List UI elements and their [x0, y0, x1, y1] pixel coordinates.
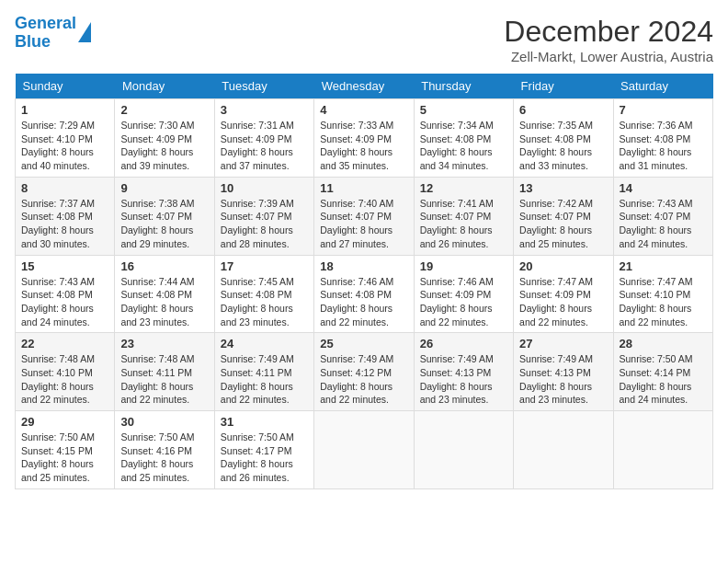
day-info: Sunrise: 7:43 AMSunset: 4:07 PMDaylight:…	[620, 197, 707, 251]
logo-general: General	[15, 14, 76, 32]
day-info: Sunrise: 7:47 AMSunset: 4:09 PMDaylight:…	[519, 275, 607, 329]
calendar-table: SundayMondayTuesdayWednesdayThursdayFrid…	[15, 74, 713, 489]
day-info: Sunrise: 7:48 AMSunset: 4:11 PMDaylight:…	[120, 352, 208, 407]
calendar-cell: 22Sunrise: 7:48 AMSunset: 4:10 PMDayligh…	[16, 333, 115, 411]
day-number: 19	[420, 259, 507, 273]
day-info: Sunrise: 7:30 AMSunset: 4:09 PMDaylight:…	[120, 119, 208, 173]
day-info: Sunrise: 7:49 AMSunset: 4:12 PMDaylight:…	[320, 352, 407, 407]
calendar-cell: 24Sunrise: 7:49 AMSunset: 4:11 PMDayligh…	[214, 333, 313, 411]
calendar-cell: 23Sunrise: 7:48 AMSunset: 4:11 PMDayligh…	[115, 333, 214, 411]
day-number: 8	[21, 181, 108, 195]
calendar-cell: 29Sunrise: 7:50 AMSunset: 4:15 PMDayligh…	[16, 411, 115, 489]
day-info: Sunrise: 7:43 AMSunset: 4:08 PMDaylight:…	[21, 275, 108, 329]
calendar-cell: 20Sunrise: 7:47 AMSunset: 4:09 PMDayligh…	[514, 255, 613, 333]
calendar-week-1: 1Sunrise: 7:29 AMSunset: 4:10 PMDaylight…	[16, 99, 713, 178]
calendar-cell: 10Sunrise: 7:39 AMSunset: 4:07 PMDayligh…	[214, 177, 313, 255]
day-number: 24	[221, 337, 308, 350]
day-info: Sunrise: 7:31 AMSunset: 4:09 PMDaylight:…	[221, 119, 308, 173]
column-header-tuesday: Tuesday	[214, 74, 313, 99]
day-number: 4	[320, 103, 407, 117]
page-header: General Blue December 2024 Zell-Markt, L…	[15, 15, 713, 64]
day-info: Sunrise: 7:39 AMSunset: 4:07 PMDaylight:…	[221, 197, 308, 251]
calendar-cell: 2Sunrise: 7:30 AMSunset: 4:09 PMDaylight…	[115, 99, 214, 178]
day-number: 18	[320, 259, 407, 273]
calendar-cell: 26Sunrise: 7:49 AMSunset: 4:13 PMDayligh…	[414, 333, 513, 411]
calendar-cell: 1Sunrise: 7:29 AMSunset: 4:10 PMDaylight…	[16, 99, 115, 178]
day-info: Sunrise: 7:34 AMSunset: 4:08 PMDaylight:…	[420, 119, 507, 173]
calendar-cell: 28Sunrise: 7:50 AMSunset: 4:14 PMDayligh…	[613, 333, 712, 411]
day-info: Sunrise: 7:50 AMSunset: 4:15 PMDaylight:…	[21, 431, 108, 485]
day-info: Sunrise: 7:49 AMSunset: 4:13 PMDaylight:…	[420, 352, 507, 407]
calendar-cell: 13Sunrise: 7:42 AMSunset: 4:07 PMDayligh…	[514, 177, 613, 255]
day-info: Sunrise: 7:49 AMSunset: 4:13 PMDaylight:…	[519, 352, 607, 407]
day-info: Sunrise: 7:44 AMSunset: 4:08 PMDaylight:…	[120, 275, 208, 329]
column-header-monday: Monday	[115, 74, 214, 99]
day-number: 22	[21, 337, 108, 350]
column-header-friday: Friday	[514, 74, 613, 99]
calendar-title: December 2024	[504, 15, 713, 49]
day-number: 23	[120, 337, 208, 350]
calendar-cell	[613, 411, 712, 489]
calendar-cell: 18Sunrise: 7:46 AMSunset: 4:08 PMDayligh…	[314, 255, 414, 333]
day-info: Sunrise: 7:37 AMSunset: 4:08 PMDaylight:…	[21, 197, 108, 251]
day-number: 14	[620, 181, 707, 195]
day-number: 20	[519, 259, 607, 273]
calendar-cell: 14Sunrise: 7:43 AMSunset: 4:07 PMDayligh…	[613, 177, 712, 255]
calendar-cell: 27Sunrise: 7:49 AMSunset: 4:13 PMDayligh…	[514, 333, 613, 411]
day-number: 9	[120, 181, 208, 195]
day-info: Sunrise: 7:36 AMSunset: 4:08 PMDaylight:…	[620, 119, 707, 173]
day-info: Sunrise: 7:47 AMSunset: 4:10 PMDaylight:…	[620, 275, 707, 329]
calendar-cell: 5Sunrise: 7:34 AMSunset: 4:08 PMDaylight…	[414, 99, 513, 178]
calendar-cell: 17Sunrise: 7:45 AMSunset: 4:08 PMDayligh…	[214, 255, 313, 333]
day-info: Sunrise: 7:33 AMSunset: 4:09 PMDaylight:…	[320, 119, 407, 173]
calendar-cell: 3Sunrise: 7:31 AMSunset: 4:09 PMDaylight…	[214, 99, 313, 178]
day-number: 25	[320, 337, 407, 350]
calendar-cell: 16Sunrise: 7:44 AMSunset: 4:08 PMDayligh…	[115, 255, 214, 333]
day-info: Sunrise: 7:40 AMSunset: 4:07 PMDaylight:…	[320, 197, 407, 251]
calendar-header-row: SundayMondayTuesdayWednesdayThursdayFrid…	[16, 74, 713, 99]
day-number: 10	[221, 181, 308, 195]
day-number: 7	[620, 103, 707, 117]
day-number: 5	[420, 103, 507, 117]
calendar-cell: 6Sunrise: 7:35 AMSunset: 4:08 PMDaylight…	[514, 99, 613, 178]
day-info: Sunrise: 7:46 AMSunset: 4:09 PMDaylight:…	[420, 275, 507, 329]
calendar-cell: 30Sunrise: 7:50 AMSunset: 4:16 PMDayligh…	[115, 411, 214, 489]
day-number: 29	[21, 415, 108, 429]
day-number: 11	[320, 181, 407, 195]
day-number: 27	[519, 337, 607, 350]
day-info: Sunrise: 7:49 AMSunset: 4:11 PMDaylight:…	[221, 352, 308, 407]
day-info: Sunrise: 7:35 AMSunset: 4:08 PMDaylight:…	[519, 119, 607, 173]
column-header-thursday: Thursday	[414, 74, 513, 99]
calendar-week-3: 15Sunrise: 7:43 AMSunset: 4:08 PMDayligh…	[16, 255, 713, 333]
calendar-week-5: 29Sunrise: 7:50 AMSunset: 4:15 PMDayligh…	[16, 411, 713, 489]
calendar-cell: 7Sunrise: 7:36 AMSunset: 4:08 PMDaylight…	[613, 99, 712, 178]
calendar-cell: 11Sunrise: 7:40 AMSunset: 4:07 PMDayligh…	[314, 177, 414, 255]
day-info: Sunrise: 7:38 AMSunset: 4:07 PMDaylight:…	[120, 197, 208, 251]
calendar-cell: 8Sunrise: 7:37 AMSunset: 4:08 PMDaylight…	[16, 177, 115, 255]
calendar-cell: 4Sunrise: 7:33 AMSunset: 4:09 PMDaylight…	[314, 99, 414, 178]
day-number: 17	[221, 259, 308, 273]
day-number: 2	[120, 103, 208, 117]
day-number: 16	[120, 259, 208, 273]
day-number: 13	[519, 181, 607, 195]
title-section: December 2024 Zell-Markt, Lower Austria,…	[504, 15, 713, 64]
day-number: 12	[420, 181, 507, 195]
day-number: 15	[21, 259, 108, 273]
day-info: Sunrise: 7:45 AMSunset: 4:08 PMDaylight:…	[221, 275, 308, 329]
calendar-cell	[414, 411, 513, 489]
day-number: 31	[221, 415, 308, 429]
column-header-wednesday: Wednesday	[314, 74, 414, 99]
calendar-cell: 15Sunrise: 7:43 AMSunset: 4:08 PMDayligh…	[16, 255, 115, 333]
logo: General Blue	[15, 15, 91, 52]
calendar-week-4: 22Sunrise: 7:48 AMSunset: 4:10 PMDayligh…	[16, 333, 713, 411]
column-header-sunday: Sunday	[16, 74, 115, 99]
day-number: 3	[221, 103, 308, 117]
calendar-cell: 19Sunrise: 7:46 AMSunset: 4:09 PMDayligh…	[414, 255, 513, 333]
calendar-cell: 21Sunrise: 7:47 AMSunset: 4:10 PMDayligh…	[613, 255, 712, 333]
calendar-cell: 9Sunrise: 7:38 AMSunset: 4:07 PMDaylight…	[115, 177, 214, 255]
day-number: 6	[519, 103, 607, 117]
calendar-cell: 12Sunrise: 7:41 AMSunset: 4:07 PMDayligh…	[414, 177, 513, 255]
calendar-cell: 31Sunrise: 7:50 AMSunset: 4:17 PMDayligh…	[214, 411, 313, 489]
day-info: Sunrise: 7:41 AMSunset: 4:07 PMDaylight:…	[420, 197, 507, 251]
logo-blue: Blue	[15, 32, 51, 51]
